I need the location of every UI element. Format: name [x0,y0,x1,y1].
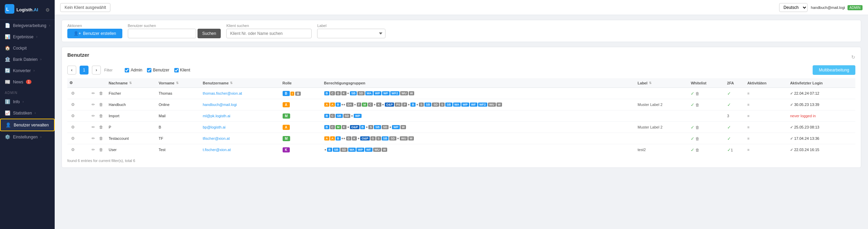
edit-icon[interactable]: ✏ [90,135,97,142]
cockpit-icon: 🏠 [5,45,10,51]
cell-vorname: Mail [157,110,201,122]
statistiken-icon: 📈 [5,110,10,116]
sidebar-item-info[interactable]: ℹ️ Info › [0,96,55,107]
row-settings-icon[interactable]: ⚙ [69,112,76,119]
delete-icon[interactable]: 🗑 [98,124,105,131]
cell-rolle: B!⊞ [281,88,322,99]
create-user-button[interactable]: 👤+ Benutzer erstellen [67,29,122,38]
refresh-icon[interactable]: ↻ [851,54,855,60]
sidebar-item-bank-dateien[interactable]: 🏦 Bank Dateien › [0,54,55,65]
cell-2fa: 3 [725,110,745,122]
benutzer-search-input[interactable] [128,29,196,38]
whitelist-delete[interactable]: 🗑 [695,148,700,152]
sidebar-item-belegverarbeitung[interactable]: 📄 Belegverarbeitung › [0,20,55,31]
check-benutzer-label[interactable]: Benutzer [147,68,169,72]
whitelist-check: ✓ [691,102,694,107]
cell-label: Muster Label 2 [636,122,689,133]
edit-icon[interactable]: ✏ [90,124,97,131]
sidebar-item-statistiken[interactable]: 📈 Statistiken › [0,107,55,119]
delete-icon[interactable]: 🗑 [98,90,105,97]
konverter-icon: 🔄 [5,68,10,73]
delete-icon[interactable]: 🗑 [98,146,105,153]
whitelist-delete[interactable]: 🗑 [695,103,700,107]
sidebar-item-news[interactable]: 📰 News 1 [0,76,55,87]
cell-aktivitaeten[interactable]: ≡ [745,133,788,144]
language-select[interactable]: Deutsch English [779,3,808,12]
user-email: handbuch@mail.logi [811,5,845,10]
cell-benutzername: t.fischer@xion.at [201,144,280,156]
benutzer-suchen-label: Benutzer suchen [128,24,221,28]
table-title: Benutzer [67,52,89,58]
check-admin[interactable] [125,68,129,72]
cell-vorname: Thomas [157,88,201,99]
cell-login: ✓ 17.04.24 13:36 [788,133,855,144]
cell-vorname: B [157,122,201,133]
row-settings-icon[interactable]: ⚙ [69,90,76,97]
delete-icon[interactable]: 🗑 [98,135,105,142]
chevron-right-icon: › [49,24,50,27]
page-prev-button[interactable]: ‹ [67,66,76,75]
th-whitelist: Whitelist [689,78,725,88]
cell-label [636,133,689,144]
user-info: handbuch@mail.logi ADMIN [811,5,863,10]
twofa-check: ✓ [727,91,731,96]
row-settings-icon[interactable]: ⚙ [69,101,76,108]
einstellungen-icon: ⚙️ [5,134,10,139]
sidebar-item-ergebnisse[interactable]: 📊 Ergebnisse › [0,31,55,42]
label-select[interactable] [317,29,385,38]
page-next-button[interactable]: › [92,66,101,75]
sidebar-item-cockpit[interactable]: 🏠 Cockpit [0,42,55,54]
client-select-button[interactable]: Kein Klient ausgewählt [60,3,110,12]
check-admin-label[interactable]: Admin [125,68,142,72]
rolle-badge: A [283,102,290,107]
check-klient-label[interactable]: Klient [174,68,190,72]
cell-login: ✓ 30.05.23 13:39 [788,99,855,110]
cell-whitelist: ✓ 🗑 [689,133,725,144]
table-row: ⚙ ✏ 🗑 P B bp@logisth.ai A BCMK●O&PB●SSBS… [67,122,855,133]
check-klient[interactable] [174,68,179,72]
cell-rolle: M [281,133,322,144]
filter-bar: Aktionen 👤+ Benutzer erstellen Benutzer … [62,20,861,42]
cell-2fa: ✓ [725,99,745,110]
cell-aktivitaeten[interactable]: ≡ [745,122,788,133]
check-benutzer[interactable] [147,68,151,72]
whitelist-delete[interactable]: 🗑 [695,91,700,96]
gear-icon[interactable]: ⚙ [45,7,50,13]
th-nachname[interactable]: Nachname ⇅ [107,78,157,88]
sidebar-item-benutzer-verwalten[interactable]: 👤 Benutzer verwalten [0,119,55,131]
ergebnisse-icon: 📊 [5,34,10,39]
cell-berechtigungsgruppen: BCSBSD●WP [322,110,636,122]
whitelist-delete[interactable]: 🗑 [695,125,700,130]
cell-vorname: TF [157,133,201,144]
check-admin-text: Admin [131,68,142,72]
whitelist-delete[interactable]: 🗑 [695,136,700,141]
row-settings-icon[interactable]: ⚙ [69,146,76,153]
edit-icon[interactable]: ✏ [90,90,97,97]
th-label[interactable]: Label ⇅ [636,78,689,88]
sidebar-item-konverter[interactable]: 🔄 Konverter › [0,65,55,76]
row-settings-icon[interactable]: ⚙ [69,135,76,142]
edit-icon[interactable]: ✏ [90,112,97,119]
sort-icon: ⇅ [129,81,132,85]
th-benutzername[interactable]: Benutzername ⇅ [201,78,280,88]
th-vorname[interactable]: Vorname ⇅ [157,78,201,88]
sidebar-item-einstellungen[interactable]: ⚙️ Einstellungen › [0,131,55,143]
klient-search-input[interactable] [226,29,312,38]
twofa-check: ✓ [727,147,731,152]
page-1-button[interactable]: 1 [80,66,89,75]
cell-aktivitaeten[interactable]: ≡ [745,144,788,156]
sort-icon: ⇅ [230,81,233,85]
search-button[interactable]: Suchen [198,29,221,38]
cell-nachname: Handbuch [107,99,157,110]
cell-aktivitaeten[interactable]: ≡ [745,88,788,99]
multibearbeitung-button[interactable]: Multibearbeitung [813,65,855,75]
edit-icon[interactable]: ✏ [90,101,97,108]
cell-aktivitaeten[interactable]: ≡ [745,99,788,110]
delete-icon[interactable]: 🗑 [98,112,105,119]
delete-icon[interactable]: 🗑 [98,101,105,108]
aktionen-group: Aktionen 👤+ Benutzer erstellen [67,24,122,38]
sidebar-item-label: Bank Dateien [13,57,38,62]
row-settings-icon[interactable]: ⚙ [69,124,76,131]
cell-aktivitaeten[interactable]: ≡ [745,110,788,122]
edit-icon[interactable]: ✏ [90,146,97,153]
